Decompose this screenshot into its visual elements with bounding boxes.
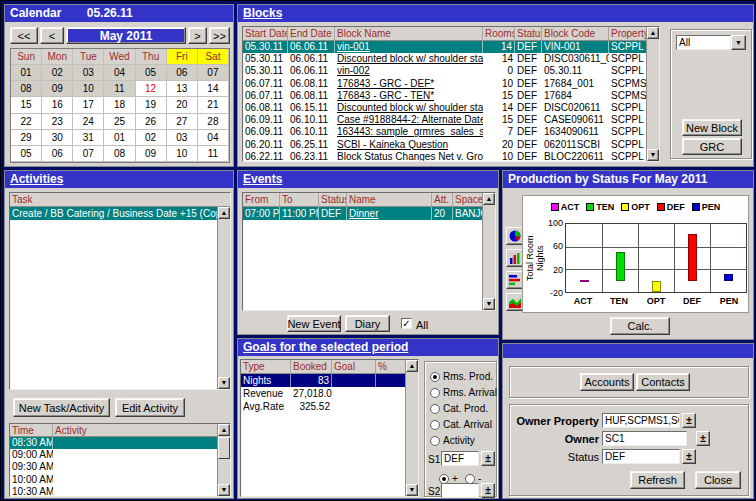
- cell-name[interactable]: SCBI - Kaineka Question: [335, 139, 483, 151]
- owner-lov-icon[interactable]: ±: [696, 431, 710, 446]
- scroll-down-icon[interactable]: ▼: [218, 377, 230, 389]
- calendar-day[interactable]: 03: [167, 130, 198, 146]
- all-checkbox[interactable]: ✓: [401, 318, 412, 329]
- calendar-day[interactable]: 09: [136, 146, 167, 162]
- calendar-first-button[interactable]: <<: [10, 27, 38, 44]
- event-row-selected[interactable]: 07:00 PM 11:00 PM DEF Dinner 20 BANJO3: [243, 207, 495, 220]
- calendar-day[interactable]: 05: [11, 146, 42, 162]
- calendar-month-display[interactable]: May 2011: [66, 27, 186, 44]
- cell-name[interactable]: Case #9188844-2: Alternate Dates: [335, 114, 483, 126]
- calendar-day[interactable]: 26: [136, 114, 167, 130]
- calendar-next-button[interactable]: >: [188, 27, 207, 44]
- calendar-day[interactable]: 19: [136, 97, 167, 113]
- calendar-day[interactable]: 21: [198, 97, 229, 113]
- diary-button[interactable]: Diary: [345, 315, 390, 332]
- calendar-day[interactable]: 06: [167, 65, 198, 81]
- calendar-day[interactable]: 25: [104, 114, 135, 130]
- calendar-day-highlighted[interactable]: 12: [136, 81, 167, 97]
- block-row[interactable]: 05.30.1106.06.11Discounted block w/ shou…: [243, 53, 659, 65]
- cell-name[interactable]: 163443: sample_grmres_sales_std: [335, 126, 483, 138]
- cell-name[interactable]: 176843 - GRC - TEN*: [335, 90, 483, 102]
- calendar-day[interactable]: 10: [73, 81, 104, 97]
- calendar-day[interactable]: 03: [73, 65, 104, 81]
- cell-name[interactable]: vin-001: [335, 41, 483, 53]
- events-scrollbar[interactable]: ▲ ▼: [482, 193, 495, 310]
- calendar-day[interactable]: 18: [104, 97, 135, 113]
- calendar-day[interactable]: 02: [42, 65, 73, 81]
- calc-button[interactable]: Calc.: [610, 317, 670, 335]
- scroll-down-icon[interactable]: ▼: [647, 149, 659, 161]
- goals-scrollbar[interactable]: ▲ ▼: [405, 360, 418, 496]
- calendar-last-button[interactable]: >>: [209, 27, 230, 44]
- time-row-selected[interactable]: 08:30 AM: [10, 437, 230, 449]
- calendar-day[interactable]: 29: [11, 130, 42, 146]
- new-block-button[interactable]: New Block: [682, 119, 742, 136]
- calendar-day[interactable]: 28: [198, 114, 229, 130]
- calendar-day[interactable]: 10: [167, 146, 198, 162]
- calendar-day[interactable]: 14: [198, 81, 229, 97]
- calendar-prev-button[interactable]: <: [40, 27, 64, 44]
- block-row[interactable]: 06.22.1106.23.11Block Status Changes Net…: [243, 151, 659, 162]
- time-scrollbar[interactable]: ▲ ▼: [217, 424, 230, 496]
- scroll-down-icon[interactable]: ▼: [218, 484, 230, 496]
- scroll-up-icon[interactable]: ▲: [483, 193, 495, 205]
- scroll-up-icon[interactable]: ▲: [218, 207, 230, 219]
- accounts-button[interactable]: Accounts: [580, 373, 634, 391]
- calendar-day[interactable]: 24: [73, 114, 104, 130]
- calendar-day[interactable]: 08: [11, 81, 42, 97]
- calendar-day[interactable]: 30: [42, 130, 73, 146]
- scroll-down-icon[interactable]: ▼: [483, 298, 495, 310]
- block-row[interactable]: 06.09.1106.10.11Case #9188844-2: Alterna…: [243, 114, 659, 126]
- task-row-selected[interactable]: Create / BB Catering / Business Date +15…: [10, 207, 230, 220]
- time-row[interactable]: 10:00 AM: [10, 474, 230, 486]
- calendar-day[interactable]: 08: [104, 146, 135, 162]
- calendar-day[interactable]: 11: [104, 81, 135, 97]
- s2-field[interactable]: [441, 483, 479, 498]
- radio-rms-prod[interactable]: [430, 372, 440, 382]
- block-row[interactable]: 05.30.1106.06.11vin-0020DEF05.30.11SCPPL: [243, 65, 659, 77]
- time-row[interactable]: 10:30 AM: [10, 486, 230, 497]
- blocks-filter-combobox[interactable]: All: [676, 35, 731, 50]
- cell-name[interactable]: Dinner: [347, 207, 432, 220]
- s1-field[interactable]: DEF: [441, 451, 479, 466]
- block-row[interactable]: 06.20.1106.25.11SCBI - Kaineka Question2…: [243, 139, 659, 151]
- calendar-day[interactable]: 01: [11, 65, 42, 81]
- calendar-day[interactable]: 31: [73, 130, 104, 146]
- block-row[interactable]: 06.07.1106.08.11176843 - GRC - DEF*10DEF…: [243, 78, 659, 90]
- calendar-day[interactable]: 06: [42, 146, 73, 162]
- s2-lov-icon[interactable]: ±: [481, 483, 495, 498]
- calendar-day[interactable]: 17: [73, 97, 104, 113]
- radio-cat-arrival[interactable]: [430, 420, 440, 430]
- time-row[interactable]: 09:00 AM: [10, 449, 230, 461]
- time-row[interactable]: 09:30 AM: [10, 461, 230, 473]
- calendar-day[interactable]: 13: [167, 81, 198, 97]
- status-lov-icon[interactable]: ±: [682, 449, 696, 464]
- new-task-activity-button[interactable]: New Task/Activity: [13, 398, 110, 417]
- close-button[interactable]: Close: [695, 471, 741, 489]
- block-row[interactable]: 06.07.1106.08.11176843 - GRC - TEN*15DEF…: [243, 90, 659, 102]
- owner-property-lov-icon[interactable]: ±: [682, 413, 696, 428]
- goal-row[interactable]: Avg.Rate 325.52: [241, 400, 418, 413]
- calendar-day[interactable]: 22: [11, 114, 42, 130]
- calendar-day[interactable]: 04: [104, 65, 135, 81]
- calendar-day[interactable]: 05: [136, 65, 167, 81]
- goal-row[interactable]: Revenue 27,018.00: [241, 387, 418, 400]
- radio-activity[interactable]: [430, 436, 440, 446]
- scroll-up-icon[interactable]: ▲: [647, 27, 659, 39]
- goal-row-selected[interactable]: Nights 83: [241, 374, 418, 387]
- owner-property-field[interactable]: HUF,SCPMS1,SC: [602, 413, 680, 428]
- owner-field[interactable]: SC1: [602, 431, 687, 446]
- chevron-down-icon[interactable]: ▼: [731, 35, 746, 50]
- cell-name[interactable]: Block Status Changes Net v. Gross: [335, 151, 483, 162]
- refresh-button[interactable]: Refresh: [630, 471, 685, 489]
- calendar-day[interactable]: 15: [11, 97, 42, 113]
- calendar-day[interactable]: 07: [73, 146, 104, 162]
- cell-name[interactable]: Discounted block w/ shoulder start: [335, 53, 483, 65]
- status-field[interactable]: DEF: [602, 449, 680, 464]
- calendar-day[interactable]: 07: [198, 65, 229, 81]
- scrollbar-thumb[interactable]: [218, 437, 230, 459]
- cell-name[interactable]: 176843 - GRC - DEF*: [335, 78, 483, 90]
- calendar-day[interactable]: 27: [167, 114, 198, 130]
- scroll-up-icon[interactable]: ▲: [218, 424, 230, 436]
- calendar-day[interactable]: 16: [42, 97, 73, 113]
